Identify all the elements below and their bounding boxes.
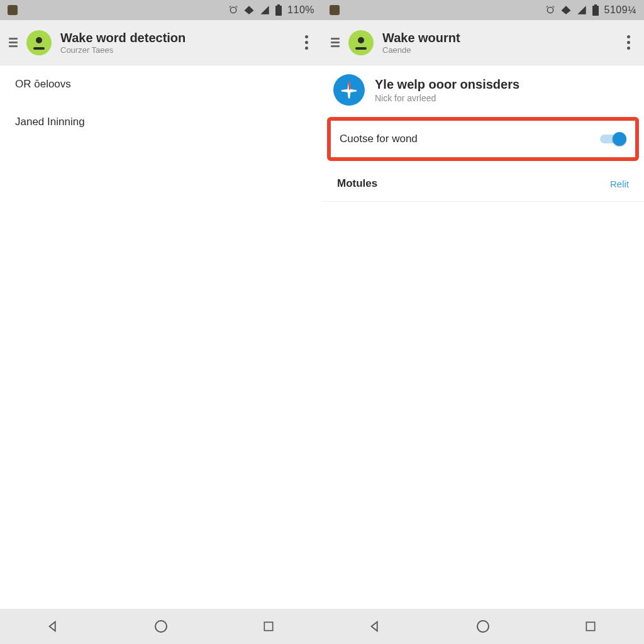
overflow-icon[interactable] <box>300 30 313 55</box>
phone-left: 110% Wake word detection Courzer Taees O… <box>0 0 322 644</box>
status-time: 110% <box>287 4 314 16</box>
app-bar: Wake wournt Caende <box>322 20 644 65</box>
content-area: Yle welp ooor onsisders Nick for avrleed… <box>322 65 644 609</box>
toggle-switch[interactable] <box>600 132 626 146</box>
notification-icon <box>8 5 18 15</box>
alarm-icon <box>228 5 238 15</box>
app-icon <box>26 30 52 55</box>
list-item-label: OR ōeloovs <box>15 78 71 91</box>
battery-icon <box>275 4 282 16</box>
app-bar: Wake word detection Courzer Taees <box>0 20 322 65</box>
wifi-icon <box>243 4 255 16</box>
app-title: Wake wournt <box>382 31 460 45</box>
svg-rect-1 <box>277 4 280 6</box>
status-bar: 110% <box>0 0 322 20</box>
card-title: Yle welp ooor onsisders <box>375 77 519 92</box>
back-button[interactable] <box>360 611 391 641</box>
wifi-icon <box>560 4 572 16</box>
overflow-icon[interactable] <box>622 30 635 55</box>
nav-bar <box>0 609 322 644</box>
back-button[interactable] <box>38 611 69 641</box>
home-button[interactable] <box>146 611 176 641</box>
menu-icon[interactable] <box>9 38 18 47</box>
toggle-row-highlighted[interactable]: Cuotse for wond <box>327 117 639 161</box>
toggle-label: Cuotse for wond <box>340 133 418 145</box>
svg-rect-7 <box>586 622 594 630</box>
phone-right: 5109¼ Wake wournt Caende Yle welp ooor o… <box>322 0 644 644</box>
signal-icon <box>577 5 587 15</box>
section-action-link[interactable]: Relit <box>610 179 629 189</box>
svg-point-2 <box>155 621 167 632</box>
info-card[interactable]: Yle welp ooor onsisders Nick for avrleed <box>322 65 644 114</box>
app-title: Wake word detection <box>60 31 186 45</box>
nav-bar <box>322 609 644 644</box>
home-button[interactable] <box>468 611 498 641</box>
app-subtitle: Caende <box>382 45 460 55</box>
compass-icon <box>333 74 365 106</box>
status-time: 5109¼ <box>604 4 636 16</box>
app-icon <box>348 30 374 55</box>
signal-icon <box>260 5 270 15</box>
recents-button[interactable] <box>575 611 606 641</box>
content-area: OR ōeloovs Janed Ininning <box>0 65 322 609</box>
status-bar: 5109¼ <box>322 0 644 20</box>
svg-rect-0 <box>275 6 282 16</box>
list-item[interactable]: Janed Ininning <box>0 103 322 141</box>
section-title: Motules <box>337 177 377 190</box>
card-subtitle: Nick for avrleed <box>375 93 519 103</box>
menu-icon[interactable] <box>331 38 340 47</box>
battery-icon <box>592 4 599 16</box>
app-subtitle: Courzer Taees <box>60 45 186 55</box>
svg-rect-3 <box>264 622 272 630</box>
list-item[interactable]: OR ōeloovs <box>0 65 322 103</box>
svg-rect-5 <box>594 4 597 6</box>
recents-button[interactable] <box>253 611 284 641</box>
alarm-icon <box>545 5 555 15</box>
section-header: Motules Relit <box>322 164 644 202</box>
svg-rect-4 <box>592 6 599 16</box>
svg-point-6 <box>477 621 489 632</box>
notification-icon <box>330 5 340 15</box>
list-item-label: Janed Ininning <box>15 116 85 128</box>
